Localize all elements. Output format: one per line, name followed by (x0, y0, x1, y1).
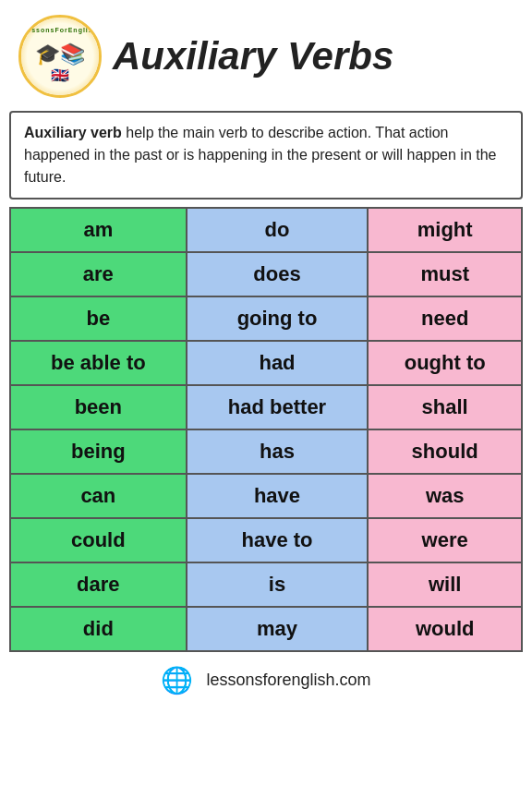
auxiliary-verbs-table: amdomightaredoesmustbegoing toneedbe abl… (9, 207, 523, 652)
table-cell: has (187, 429, 369, 474)
footer-url: lessonsforenglish.com (206, 671, 370, 690)
table-cell: did (10, 607, 187, 651)
table-cell: being (10, 429, 187, 474)
logo: LessonsForEnglish 🎓📚 🇬🇧 .Com (18, 15, 102, 98)
table-cell: must (368, 252, 522, 296)
header: LessonsForEnglish 🎓📚 🇬🇧 .Com Auxiliary V… (9, 9, 523, 103)
footer: 🌐 lessonsforenglish.com (9, 659, 523, 699)
table-cell: have to (187, 518, 369, 562)
table-cell: do (187, 208, 369, 252)
table-cell: dare (10, 562, 187, 607)
description-box: Auxiliary verb help the main verb to des… (9, 111, 523, 200)
table-cell: could (10, 518, 187, 562)
page-title: Auxiliary Verbs (113, 34, 393, 79)
table-cell: was (368, 474, 522, 518)
logo-books-icon: 🎓📚 (35, 42, 85, 66)
table-row: be able tohadought to (10, 341, 522, 385)
table-cell: been (10, 385, 187, 429)
table-row: beinghasshould (10, 429, 522, 474)
table-cell: am (10, 208, 187, 252)
table-cell: had better (187, 385, 369, 429)
table-row: begoing toneed (10, 296, 522, 341)
table-cell: would (368, 607, 522, 651)
table-cell: going to (187, 296, 369, 341)
logo-inner: LessonsForEnglish 🎓📚 🇬🇧 .Com (21, 18, 99, 95)
table-cell: can (10, 474, 187, 518)
table-row: didmaywould (10, 607, 522, 651)
table-cell: might (368, 208, 522, 252)
table-cell: were (368, 518, 522, 562)
table-cell: be (10, 296, 187, 341)
table-cell: will (368, 562, 522, 607)
table-cell: does (187, 252, 369, 296)
table-cell: is (187, 562, 369, 607)
table-row: beenhad bettershall (10, 385, 522, 429)
table-cell: are (10, 252, 187, 296)
table-cell: should (368, 429, 522, 474)
table-cell: have (187, 474, 369, 518)
table-cell: need (368, 296, 522, 341)
table-cell: may (187, 607, 369, 651)
table-row: couldhave towere (10, 518, 522, 562)
table-row: aredoesmust (10, 252, 522, 296)
description-bold: Auxiliary verb (24, 125, 122, 140)
logo-url: .Com (54, 77, 67, 82)
table-cell: shall (368, 385, 522, 429)
table-row: amdomight (10, 208, 522, 252)
table-cell: ought to (368, 341, 522, 385)
table-cell: be able to (10, 341, 187, 385)
logo-text: LessonsForEnglish (21, 27, 99, 33)
table-row: canhavewas (10, 474, 522, 518)
table-cell: had (187, 341, 369, 385)
table-row: dareiswill (10, 562, 522, 607)
globe-icon: 🌐 (161, 665, 193, 695)
